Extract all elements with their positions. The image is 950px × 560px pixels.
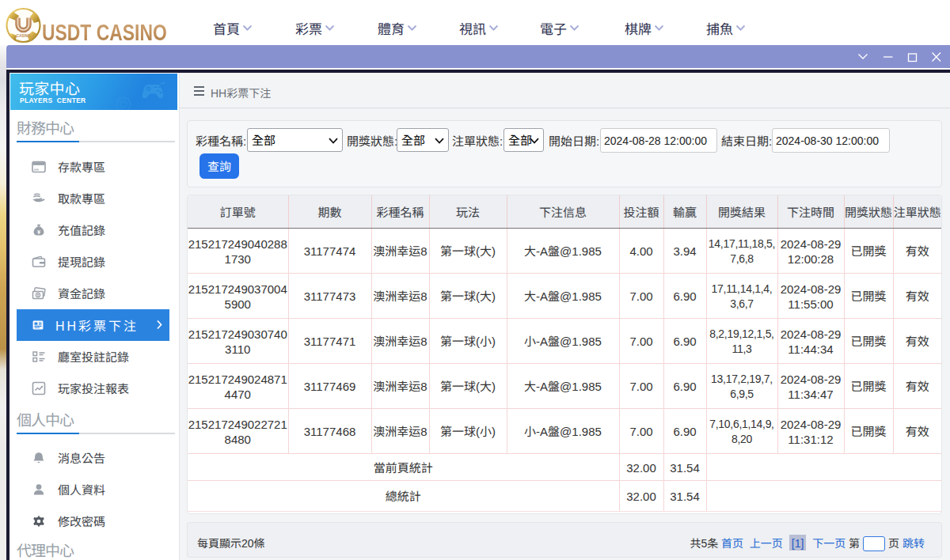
svg-text:CASINO: CASINO	[17, 34, 31, 38]
